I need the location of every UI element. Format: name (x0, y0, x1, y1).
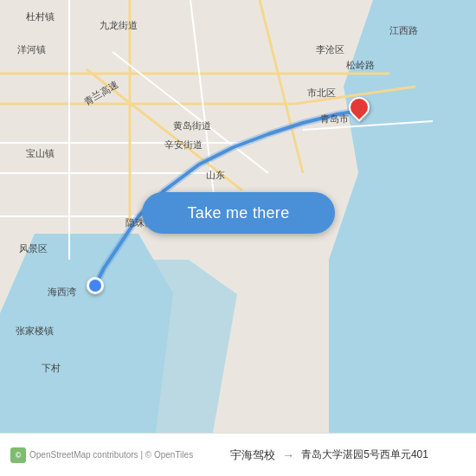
label-songling: 松岭路 (346, 59, 375, 72)
svg-line-8 (260, 0, 303, 173)
label-jiangxi: 江西路 (389, 24, 418, 37)
svg-line-7 (190, 0, 216, 216)
svg-line-10 (113, 52, 268, 173)
label-huangdao: 黄岛街道 (173, 119, 211, 132)
route-info: 宇海驾校 → 青岛大学湛园5号西单元401 (193, 447, 466, 463)
label-baoshan: 宝山镇 (26, 147, 55, 160)
label-shandong: 山东 (206, 169, 225, 182)
label-xiacao: 下村 (42, 362, 61, 375)
label-xinan: 辛安街道 (164, 138, 203, 151)
destination-marker (349, 97, 370, 118)
label-jiulong: 九龙街道 (100, 19, 138, 32)
map-container: 杜村镇 九龙街道 洋河镇 青兰高速 黄岛街道 辛安街道 宝山镇 山东 隐珠街道 … (0, 0, 476, 433)
osm-icon: © (10, 447, 26, 463)
dest-pin (344, 93, 374, 122)
attribution: © OpenStreetMap contributors | © OpenTil… (10, 447, 193, 463)
label-qingdao: 青岛市 (320, 113, 349, 125)
nav-button-label: Take me there (188, 204, 290, 222)
take-me-there-button[interactable]: Take me there (142, 192, 335, 234)
route-destination: 青岛大学湛园5号西单元401 (301, 447, 428, 462)
label-zhangjia: 张家楼镇 (16, 325, 54, 338)
label-scenic: 风景区 (19, 242, 48, 255)
label-ducun: 杜村镇 (26, 10, 55, 23)
label-licang: 李沧区 (316, 43, 344, 56)
bottom-bar: © OpenStreetMap contributors | © OpenTil… (0, 433, 476, 476)
route-origin: 宇海驾校 (230, 447, 275, 463)
attribution-text: OpenStreetMap contributors | © OpenTiles (29, 450, 193, 460)
label-shibei: 市北区 (307, 87, 336, 100)
label-yanghe: 洋河镇 (17, 43, 46, 56)
origin-marker (87, 277, 104, 294)
route-arrow: → (282, 448, 294, 462)
label-haixiwan: 海西湾 (48, 286, 76, 299)
